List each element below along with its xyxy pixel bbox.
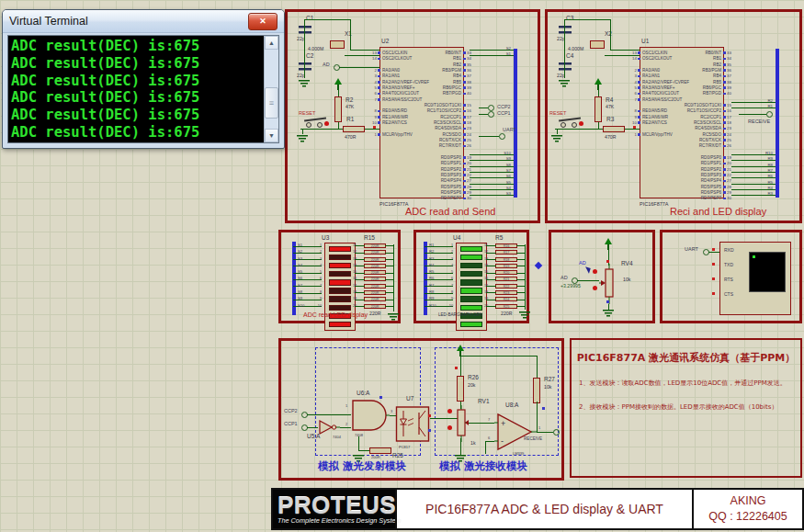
wire-label: S10 [504, 151, 511, 155]
pin-number: 7 [365, 97, 377, 103]
mcu-u2[interactable]: 13OSC1/CLKIN14OSC2/CLKOUT2RA0/AN03RA1/AN… [379, 47, 464, 198]
pin-indicator [428, 429, 431, 432]
led-segment [460, 322, 482, 327]
capacitor-c3[interactable] [559, 26, 572, 34]
reset-label: RESET [299, 110, 315, 116]
x2-value: 4.000M [568, 46, 583, 51]
led-bargraph-green[interactable] [456, 243, 487, 331]
pin-number: 26 [467, 143, 479, 149]
led-segment [460, 263, 482, 268]
r2-value: 47K [345, 104, 354, 109]
pin-name: RD7/PSP7 [441, 196, 461, 200]
pin-number: 1 [446, 243, 453, 249]
capacitor-c2[interactable] [299, 62, 311, 71]
capacitor-c1[interactable] [299, 26, 311, 34]
pin-name: RD5/PSP5 [701, 185, 721, 189]
resistor: 220R [364, 297, 386, 301]
pin-number: 5 [314, 269, 322, 276]
scrollbar-thumb[interactable]: ≡ [265, 87, 278, 119]
reset-button[interactable] [561, 120, 577, 126]
red-led-block-frame: U3 S1S2S3S4S5S6S7S8S9S10 12345678910 111… [278, 230, 401, 323]
and-gate-u6a[interactable] [351, 399, 390, 432]
info-line-1: 1、发送模块：读取ADC数值，LED显示10位ADC值，并通过PPM发送。 [579, 379, 797, 388]
resistor: 220R [364, 277, 386, 281]
ccp1-terminal[interactable] [488, 111, 494, 118]
led-segment [460, 246, 482, 252]
pin-name: RA0/AN0 [642, 68, 660, 73]
wire [460, 438, 461, 455]
resistor-r3[interactable] [603, 126, 625, 132]
laser-module-frame: CCP2 CCP1 U5:A 7404 U6:A 7408 1 2 3 U7 [278, 338, 564, 481]
scrollbar-track[interactable]: ≡ [265, 50, 278, 129]
scrollbar[interactable]: ▲ ≡ ▼ [264, 36, 278, 142]
crystal-x1[interactable] [330, 40, 345, 49]
uart-label: UART [503, 127, 516, 132]
terminal-component-frame: UART RXDTXDRTSCTS [660, 230, 802, 323]
resistor-network-r5[interactable]: R16R17R18R19R20R21R22R23R24R25 [495, 243, 517, 311]
resistor-r27[interactable] [533, 378, 540, 403]
virtual-terminal-component[interactable]: RXDTXDRTSCTS [719, 242, 791, 315]
potentiometer-rv1[interactable] [454, 405, 469, 442]
scroll-down-button[interactable]: ▼ [265, 129, 278, 142]
inverter-u5a[interactable] [318, 419, 340, 436]
opamp-pin-1: 1 [538, 425, 540, 430]
resistor: R19 [495, 264, 517, 268]
virtual-terminal-window: Virtual Terminal ✕ ADC result(DEC) is:67… [2, 9, 285, 149]
crystal-x2[interactable] [590, 40, 605, 49]
gate-pin-3: 3 [391, 409, 392, 413]
svg-text:+: + [501, 419, 505, 428]
pin-name: RB2 [453, 62, 461, 67]
pin-name: RC4/SDI/SDA [435, 126, 461, 130]
close-icon: ✕ [259, 17, 266, 26]
gate-pin-2: 2 [345, 422, 347, 426]
ccp2-terminal[interactable] [488, 105, 494, 111]
chip-right-pins: RB0/INT33RB134RB235RB3/PGM36RB437RB538RB… [410, 51, 461, 202]
wire [739, 114, 766, 115]
potentiometer-rv4[interactable] [599, 264, 619, 304]
pin-number: 10 [446, 303, 453, 310]
pin-indicator [428, 414, 431, 417]
arrow-up-icon: ▲ [268, 40, 275, 46]
led-segment [460, 288, 482, 293]
resistor-r25[interactable] [369, 447, 391, 454]
reset-button[interactable] [306, 120, 323, 126]
u2-ref: U2 [381, 38, 389, 44]
uart-terminal[interactable] [499, 133, 505, 140]
resistor-network-r15[interactable]: 220R220R220R220R220R220R220R220R220R220R [364, 243, 386, 311]
receive-terminal[interactable] [766, 111, 773, 118]
opamp-u8a[interactable]: + - [494, 413, 537, 451]
wire-label: S5 [506, 180, 511, 185]
pin-number: 30 [727, 196, 739, 201]
ad-label: AD [561, 275, 568, 280]
pin-name: RD5/PSP5 [441, 185, 461, 189]
pin-name: RC5/SDO [443, 132, 461, 137]
scroll-up-button[interactable]: ▲ [265, 36, 278, 50]
receive-terminal[interactable] [553, 429, 560, 436]
pin-indicator [373, 126, 376, 129]
pin-name: RC0/T1OSO/T1CKI [425, 103, 461, 108]
led-segment [329, 288, 351, 293]
close-button[interactable]: ✕ [248, 13, 277, 30]
ground-symbol [559, 80, 570, 87]
resistor-r2[interactable] [334, 96, 342, 122]
resistor-r4[interactable] [595, 96, 602, 122]
terminal-line: ADC result(DEC) is:675 [11, 89, 261, 107]
resistor-r1[interactable] [343, 126, 365, 132]
c4-ref: C4 [566, 52, 573, 59]
ground-symbol [299, 80, 310, 87]
mcu-u1[interactable]: 13OSC1/CLKIN14OSC2/CLKOUT2RA0/AN03RA1/AN… [640, 47, 724, 198]
voltage-probe-icon[interactable] [583, 266, 591, 274]
wire-label: S8 [506, 163, 511, 167]
wire-label: S7 [506, 168, 511, 173]
wire-with-label: S7 [296, 283, 312, 289]
wire [537, 402, 538, 432]
pin-name: OSC1/CLKIN [382, 51, 407, 55]
wire-label: R2 [767, 98, 773, 103]
optocoupler-u7[interactable] [395, 403, 430, 444]
resistor-r26[interactable] [457, 376, 464, 402]
wire-label: R3 [429, 256, 434, 261]
pin-indicator [447, 425, 452, 430]
wire [577, 280, 599, 281]
window-titlebar[interactable]: Virtual Terminal ✕ [3, 10, 284, 33]
capacitor-c4[interactable] [559, 62, 572, 71]
